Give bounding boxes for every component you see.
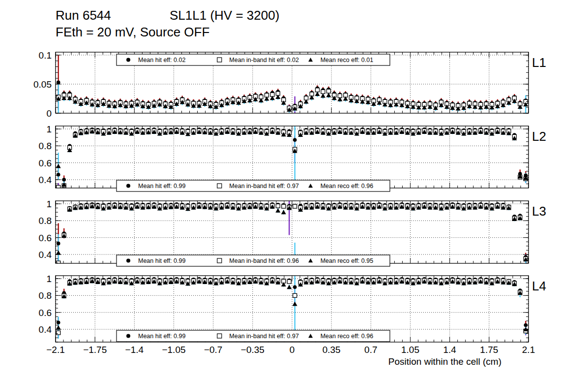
x-axis-title: Position within the cell (cm) (388, 356, 501, 367)
x-tick-label: 0 (290, 345, 295, 355)
panel-L3: 0.40.60.81L3Mean hit eff: 0.99Mean in-ba… (39, 179, 546, 283)
legend-entry-hit: Mean hit eff: 0.99 (138, 333, 185, 340)
y-tick-label: 0 (46, 108, 52, 119)
panel-L2: 0.40.60.81L2Mean hit eff: 0.99Mean in-ba… (39, 119, 546, 191)
x-tick-label: −1.4 (125, 345, 144, 355)
panel-label-L1: L1 (532, 55, 546, 70)
series-reco-errors (59, 204, 526, 284)
panel-L1: 00.050.1L1Mean hit eff: 0.02Mean in-band… (33, 50, 546, 119)
y-tick-label: 0.8 (39, 216, 52, 226)
panel-label-L3: L3 (532, 204, 546, 219)
x-tick-label: 1.05 (401, 345, 419, 355)
legend-entry-inband: Mean in-band hit eff: 0.96 (229, 257, 299, 264)
y-tick-label: 1 (46, 199, 52, 209)
x-tick-label: −0.35 (241, 345, 265, 355)
x-tick-label: 1.75 (480, 345, 498, 355)
config-title: SL1L1 (HV = 3200) (170, 8, 279, 23)
legend-entry-hit: Mean hit eff: 0.02 (138, 57, 185, 63)
y-tick-label: 0.6 (39, 308, 52, 318)
y-tick-label: 0.1 (39, 50, 52, 61)
x-tick-label: 0.35 (323, 345, 341, 355)
legend-L4: Mean hit eff: 0.99Mean in-band hit eff: … (117, 330, 390, 342)
legend-entry-inband: Mean in-band hit eff: 0.97 (229, 333, 299, 340)
x-tick-label: 1.4 (443, 345, 456, 355)
y-tick-label: 0.6 (39, 233, 52, 243)
efficiency-plot: 00.050.1L1Mean hit eff: 0.02Mean in-band… (0, 0, 588, 380)
legend-entry-reco: Mean reco eff: 0.95 (321, 257, 374, 264)
legend-entry-hit: Mean hit eff: 0.99 (138, 183, 185, 190)
run-title: Run 6544 (56, 8, 111, 23)
y-tick-label: 0.8 (39, 290, 52, 301)
plot-frame (56, 126, 529, 188)
legend-entry-inband: Mean in-band hit eff: 0.97 (229, 183, 299, 190)
conditions-title: FEth = 20 mV, Source OFF (56, 25, 209, 40)
axis-ticks (56, 201, 529, 263)
legend-entry-inband: Mean in-band hit eff: 0.02 (229, 57, 299, 63)
panel-L4: 0.40.60.81L4Mean hit eff: 0.99Mean in-ba… (39, 270, 546, 342)
legend-L3: Mean hit eff: 0.99Mean in-band hit eff: … (117, 255, 390, 266)
series-inband-markers (57, 278, 528, 334)
series-inband-errors (59, 179, 526, 267)
legend-entry-reco: Mean reco eff: 0.96 (321, 183, 374, 190)
grid (56, 201, 529, 263)
series-hit-markers (57, 277, 528, 327)
y-tick-label: 0.4 (39, 324, 52, 335)
x-tick-label: −1.75 (83, 345, 107, 355)
y-tick-label: 0.8 (39, 141, 52, 151)
x-tick-label: −2.1 (46, 345, 65, 355)
legend-entry-reco: Mean reco eff: 0.96 (321, 333, 374, 340)
x-tick-label: 0.7 (364, 345, 377, 355)
axis-ticks (56, 126, 529, 188)
panel-label-L2: L2 (532, 129, 546, 144)
y-tick-label: 0.4 (39, 250, 52, 260)
data-region (56, 179, 529, 283)
x-tick-label: −0.7 (204, 345, 223, 355)
y-tick-label: 0.6 (39, 158, 52, 168)
legend-entry-hit: Mean hit eff: 0.99 (138, 257, 185, 264)
x-tick-label: 2.1 (522, 345, 535, 355)
y-tick-label: 0.4 (39, 175, 52, 185)
legend-L2: Mean hit eff: 0.99Mean in-band hit eff: … (117, 180, 390, 191)
x-tick-label: −1.05 (162, 345, 185, 355)
x-axis: −2.1−1.75−1.4−1.05−0.7−0.3500.350.71.051… (46, 345, 535, 367)
y-tick-label: 1 (46, 124, 52, 134)
plot-frame (56, 201, 529, 263)
legend-L1: Mean hit eff: 0.02Mean in-band hit eff: … (117, 54, 390, 65)
legend-entry-reco: Mean reco eff: 0.01 (321, 57, 374, 63)
y-tick-label: 0.05 (33, 79, 52, 90)
y-tick-label: 1 (46, 274, 52, 284)
root-canvas: Run 6544 SL1L1 (HV = 3200) FEth = 20 mV,… (0, 0, 588, 380)
grid (56, 126, 529, 188)
series-reco-markers (56, 279, 529, 331)
panel-label-L4: L4 (532, 279, 546, 293)
